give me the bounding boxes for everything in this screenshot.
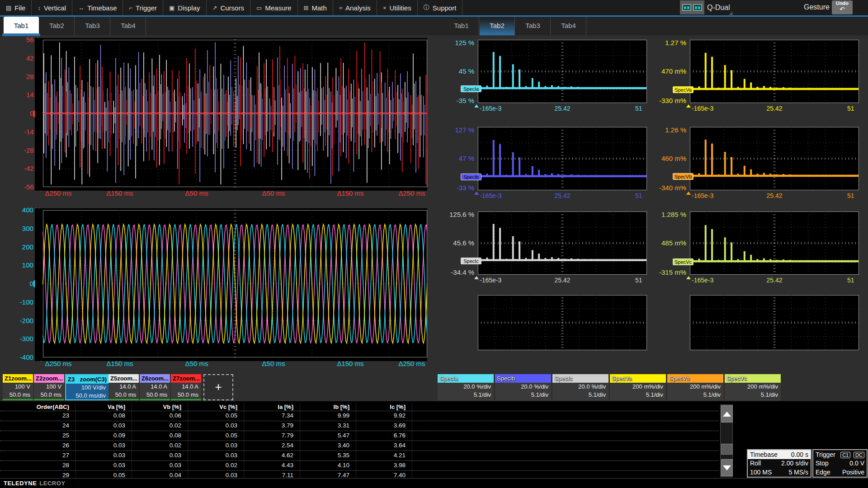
spectrum-x-label: 25.42 xyxy=(554,105,570,112)
spectrum-x-label: 51 xyxy=(847,192,854,199)
descriptor-z7[interactable]: Z7zoom...14.0 A50.0 ms xyxy=(171,374,201,400)
tab-right-tab2[interactable]: Tab2 xyxy=(480,17,515,35)
bottom-strip xyxy=(0,478,868,488)
timebase-value: 0.00 s xyxy=(791,451,808,458)
table-row: 240.030.020.033.793.313.69 xyxy=(0,421,719,431)
descriptor-z1[interactable]: Z1zoom...100 V50.0 ms xyxy=(3,374,33,400)
spectrum-plot-SpecVa[interactable] xyxy=(690,40,859,103)
descriptor-header: SpecVb xyxy=(667,374,723,383)
descriptor-specic[interactable]: SpecIc20.0 %/div5.1/div xyxy=(552,374,609,400)
descriptor-specvc[interactable]: SpecVc200 m%/div5.1/div xyxy=(725,374,781,400)
spectrum-y-label: -330 m% xyxy=(652,97,686,104)
menu-item-utilities[interactable]: ×Utilities xyxy=(377,0,418,15)
descriptor-source: zoom... xyxy=(42,375,63,382)
descriptor-vscale: 14.0 A xyxy=(171,383,201,391)
table-scrollbar[interactable] xyxy=(720,404,733,477)
channel-label-SpecIa[interactable]: SpecIa xyxy=(461,85,481,92)
descriptor-hscale: 5.1/div xyxy=(495,391,551,399)
undo-button[interactable]: Undo ↶ xyxy=(832,0,853,14)
scroll-up-button[interactable] xyxy=(721,405,733,422)
descriptor-specia[interactable]: SpecIa20.0 %/div5.1/div xyxy=(438,374,494,400)
table-header-cell: Ic [%] xyxy=(356,404,412,411)
timebase-summary-box[interactable]: Timebase 0.00 s Roll 2.00 s/div 100 MS 5… xyxy=(747,449,811,478)
table-row: 260.030.020.032.543.403.64 xyxy=(0,441,719,451)
menu-item-trigger[interactable]: ⌐Trigger xyxy=(123,0,163,15)
menu-item-analysis[interactable]: ≈Analysis xyxy=(333,0,377,15)
table-cell: 4.43 xyxy=(244,461,300,470)
spectrum-y-label: 485 m% xyxy=(652,239,686,247)
descriptor-hscale: 5.1/div xyxy=(552,391,609,399)
spectrum-plot-SpecVb[interactable] xyxy=(690,127,859,190)
menu-item-label: Support xyxy=(433,4,457,12)
descriptor-specvb[interactable]: SpecVb200 m%/div5.1/div xyxy=(667,374,723,400)
scrollbar-thumb[interactable] xyxy=(721,444,733,455)
descriptor-source: zoom... xyxy=(117,375,137,382)
tab-right-tab4[interactable]: Tab4 xyxy=(551,17,586,35)
spectrum-x-label: 25.42 xyxy=(554,277,570,284)
spectrum-x-label: -165e-3 xyxy=(480,277,501,284)
channel-label-SpecVc[interactable]: SpecVc xyxy=(673,258,693,265)
current-waveform-plot[interactable] xyxy=(35,38,427,191)
spectrum-y-label: -340 m% xyxy=(652,184,686,192)
menu-item-cursors[interactable]: ↗Cursors xyxy=(207,0,250,15)
table-cell: 4.10 xyxy=(300,461,356,470)
descriptor-specib[interactable]: SpecIb20.0 %/div5.1/div xyxy=(495,374,551,400)
spectrum-plot-SpecIc[interactable] xyxy=(478,211,647,275)
channel-label-SpecIc[interactable]: SpecIc xyxy=(461,258,481,264)
brand-logo: TELEDYNELECROY xyxy=(4,480,66,487)
tab-left-tab3[interactable]: Tab3 xyxy=(75,17,110,35)
channel-label-SpecVa[interactable]: SpecVa xyxy=(673,86,693,93)
spectrum-plot-SpecVc[interactable] xyxy=(690,211,859,275)
spectrum-marker-icon xyxy=(474,104,479,108)
math-calculator-icon: ⊞ xyxy=(304,5,309,11)
table-cell: 25 xyxy=(0,431,76,441)
descriptor-header: SpecVa xyxy=(610,374,666,383)
menu-item-label: Display xyxy=(178,4,200,12)
descriptor-specva[interactable]: SpecVa200 m%/div5.1/div xyxy=(610,374,666,400)
timebase-arrows-icon: ↔ xyxy=(78,5,84,11)
menu-item-timebase[interactable]: ↔Timebase xyxy=(72,0,123,15)
descriptor-z3[interactable]: Z3zoom(C3)100 V/div50.0 ms/div xyxy=(65,374,109,400)
spectrum-x-label: 51 xyxy=(847,277,854,284)
tab-right-tab3[interactable]: Tab3 xyxy=(515,17,551,35)
scroll-down-button[interactable] xyxy=(721,459,733,476)
tab-left-tab2[interactable]: Tab2 xyxy=(39,17,75,35)
channel-label-SpecVb[interactable]: SpecVb xyxy=(673,173,693,180)
voltage-waveform-plot[interactable] xyxy=(35,208,427,361)
descriptor-header: SpecIc xyxy=(552,374,609,383)
timebase-label: Timebase xyxy=(750,451,778,458)
descriptor-z6[interactable]: Z6zoom...14.0 A50.0 ms xyxy=(140,374,170,400)
menu-item-file[interactable]: ▤File xyxy=(0,0,32,15)
channel-label-SpecIb[interactable]: SpecIb xyxy=(461,174,481,180)
tab-left-tab4[interactable]: Tab4 xyxy=(111,17,146,35)
descriptor-id: SpecIa xyxy=(439,375,458,382)
trigger-summary-box[interactable]: Trigger C1 DC Stop 0.0 V Edge Positive xyxy=(812,449,868,478)
q-dual-label: Q-Dual xyxy=(707,4,730,12)
descriptor-z2[interactable]: Z2zoom...100 V50.0 ms xyxy=(34,374,64,400)
menu-item-measure[interactable]: ▭Measure xyxy=(250,0,298,15)
descriptor-hscale: 5.1/div xyxy=(667,391,723,399)
dual-grid-icon xyxy=(693,4,702,11)
table-cell: 5.47 xyxy=(300,431,356,441)
table-cell: 5.35 xyxy=(300,451,356,460)
descriptor-id: Z3 xyxy=(68,376,75,383)
spectrum-plot-SpecIb[interactable] xyxy=(478,127,647,190)
descriptor-header: Z3zoom(C3) xyxy=(66,375,108,384)
table-cell: 24 xyxy=(0,421,76,431)
add-trace-button[interactable]: + xyxy=(203,374,233,400)
menu-item-support[interactable]: ⓘSupport xyxy=(418,0,463,15)
tab-left-tab1[interactable]: Tab1 xyxy=(4,17,39,35)
descriptor-vscale: 200 m%/div xyxy=(725,383,781,391)
tab-right-tab1[interactable]: Tab1 xyxy=(444,17,479,35)
gesture-label: Gesture xyxy=(804,3,830,11)
menu-item-math[interactable]: ⊞Math xyxy=(298,0,333,15)
spectrum-plot-SpecIa[interactable] xyxy=(478,40,647,103)
menu-item-display[interactable]: ▣Display xyxy=(163,0,206,15)
menu-item-vertical[interactable]: ↕Vertical xyxy=(32,0,72,15)
descriptor-z5[interactable]: Z5zoom...14.0 A50.0 ms xyxy=(108,374,139,400)
descriptor-vscale: 20.0 %/div xyxy=(552,383,609,391)
table-cell: 23 xyxy=(0,411,76,421)
descriptor-header: SpecIb xyxy=(495,374,551,383)
q-dual-button[interactable] xyxy=(680,0,704,14)
brand-teledyne: TELEDYNE xyxy=(4,480,37,487)
